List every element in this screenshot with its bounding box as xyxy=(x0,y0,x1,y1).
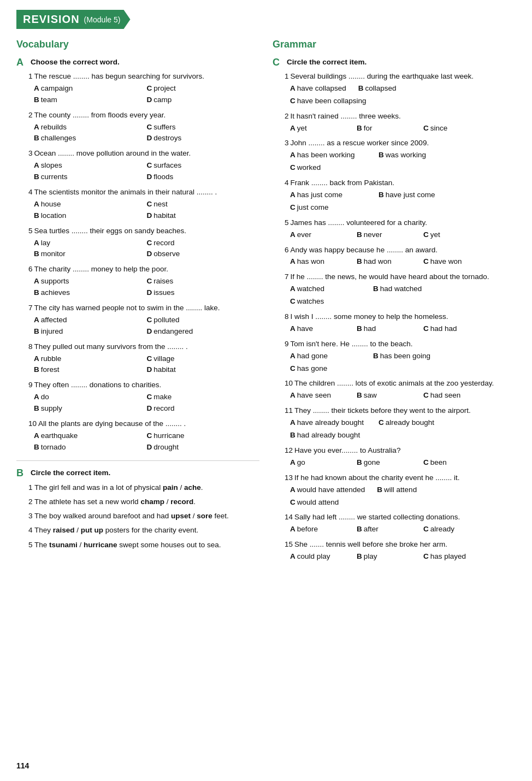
section-a-questions: 1The rescue ........ has begun searching… xyxy=(28,72,259,454)
answer-option: Bwill attend xyxy=(377,485,448,495)
grammar-question-item: 10The children ........ lots of exotic a… xyxy=(285,378,516,402)
header-banner: REVISION (Module 5) xyxy=(16,10,131,29)
answer-option: Csince xyxy=(423,123,478,134)
word2: record xyxy=(170,498,193,506)
answer-option: Bplay xyxy=(357,552,411,562)
option-letter: C xyxy=(147,84,152,92)
options-row2: Cwatches xyxy=(290,297,516,308)
grammar-question-text: 3John ........ as a rescue worker since … xyxy=(285,138,516,149)
grammar-question-item: 14Sally had left ........ we started col… xyxy=(285,512,516,536)
options-row: AeverBneverCyet xyxy=(290,230,516,241)
question-number: 2 xyxy=(28,111,33,119)
grammar-question-item: 15She ....... tennis well before she bro… xyxy=(285,540,516,563)
option-letter: A xyxy=(34,354,39,363)
grammar-question-text: 4Frank ........ back from Pakistan. xyxy=(285,178,516,188)
options-row: AcampaignCprojectBteamDcamp xyxy=(34,84,259,106)
answer-option: Bhas been going xyxy=(373,351,444,362)
section-a-letter: A xyxy=(16,57,28,68)
question-item: 1The rescue ........ has begun searching… xyxy=(28,72,259,106)
question-text: 1The rescue ........ has begun searching… xyxy=(28,72,259,82)
answer-option: Chave been collapsing xyxy=(290,96,367,106)
question-number: 4 xyxy=(28,188,33,196)
answer-option: Dendangered xyxy=(147,327,248,337)
question-text: 10All the plants are dying because of th… xyxy=(28,419,259,429)
grammar-question-number: 1 xyxy=(285,72,289,80)
option-letter: D xyxy=(147,173,152,181)
grammar-question-item: 9Tom isn't here. He ........ to the beac… xyxy=(285,339,516,375)
circle-item: 1 The girl fell and was in a lot of phys… xyxy=(28,482,259,493)
answer-option: Cjust come xyxy=(290,203,345,213)
answer-option: Ado xyxy=(34,392,135,403)
option-letter: D xyxy=(147,250,152,258)
slash: / xyxy=(178,483,184,492)
grammar-question-text: 1Several buildings ........ during the e… xyxy=(285,72,516,82)
question-item: 8They pulled out many survivors from the… xyxy=(28,342,259,377)
answer-option: Bhad watched xyxy=(373,284,444,294)
grammar-question-text: 5James has ........ volunteered for a ch… xyxy=(285,218,516,228)
answer-option: Bsupply xyxy=(34,404,135,414)
option-letter: B xyxy=(34,173,39,181)
answer-option: Cbeen xyxy=(423,458,478,468)
section-c-letter: C xyxy=(273,57,285,68)
answer-option: Dobserve xyxy=(147,249,248,259)
grammar-question-item: 4Frank ........ back from Pakistan.Ahas … xyxy=(285,178,516,214)
answer-option: Bmonitor xyxy=(34,249,135,259)
answer-option: Ago xyxy=(290,458,345,468)
left-column: Vocabulary A Choose the correct word. 1T… xyxy=(16,39,259,567)
answer-option: Chas gone xyxy=(290,364,345,374)
question-item: 3Ocean ........ move pollution around in… xyxy=(28,149,259,184)
answer-option: Awatched xyxy=(290,284,361,294)
options-row2: Chave been collapsing xyxy=(290,96,516,108)
answer-option: Acampaign xyxy=(34,84,135,94)
question-number: 10 xyxy=(28,419,37,428)
options-row: AhouseCnestBlocationDhabitat xyxy=(34,199,259,222)
question-text: 3Ocean ........ move pollution around in… xyxy=(28,149,259,159)
answer-option: Dcamp xyxy=(147,95,248,105)
option-letter: C xyxy=(147,161,152,169)
options-row: AsupportsCraisesBachievesDissues xyxy=(34,276,259,299)
grammar-question-number: 4 xyxy=(285,179,289,187)
question-number: 3 xyxy=(28,149,33,157)
options-row2: Cjust come xyxy=(290,203,516,214)
answer-option: Chas played xyxy=(423,552,478,562)
answer-option: Dhabitat xyxy=(147,211,248,221)
answer-option: Craises xyxy=(147,276,248,287)
option-letter: B xyxy=(34,288,39,297)
answer-option: Bachieves xyxy=(34,288,135,298)
answer-option: Csurfaces xyxy=(147,161,248,171)
word2: sore xyxy=(197,512,212,520)
option-letter: C xyxy=(147,277,152,285)
grammar-question-item: 8I wish I ........ some money to help th… xyxy=(285,312,516,335)
option-letter: B xyxy=(34,250,39,258)
answer-option: Bhad already bought xyxy=(290,430,360,441)
answer-option: Bteam xyxy=(34,95,135,105)
grammar-question-number: 8 xyxy=(285,312,289,321)
item-number: 4 xyxy=(28,526,33,534)
answer-option: Chad seen xyxy=(423,390,478,401)
answer-option: Bhad xyxy=(357,324,411,334)
answer-option: Drecord xyxy=(147,404,248,414)
grammar-question-item: 11They ........ their tickets before the… xyxy=(285,406,516,442)
section-b-instruction: Circle the correct item. xyxy=(31,468,110,477)
grammar-question-item: 3John ........ as a rescue worker since … xyxy=(285,138,516,174)
option-letter: C xyxy=(147,200,152,208)
answer-option: Arubble xyxy=(34,354,135,364)
option-letter: B xyxy=(34,327,39,335)
answer-option: Cnest xyxy=(147,199,248,210)
option-letter: B xyxy=(34,211,39,220)
grammar-question-item: 6Andy was happy because he ........ an a… xyxy=(285,245,516,269)
answer-option: Bsaw xyxy=(357,390,411,401)
grammar-question-text: 14Sally had left ........ we started col… xyxy=(285,512,516,523)
header-subtitle: (Module 5) xyxy=(84,15,121,24)
circle-item: 2 The athlete has set a new world champ … xyxy=(28,496,259,507)
answer-option: Aslopes xyxy=(34,161,135,171)
grammar-question-text: 10The children ........ lots of exotic a… xyxy=(285,378,516,389)
answer-option: Csuffers xyxy=(147,122,248,133)
option-letter: D xyxy=(147,327,152,335)
section-c-questions: 1Several buildings ........ during the e… xyxy=(285,72,516,563)
option-letter: D xyxy=(147,443,152,451)
option-letter: B xyxy=(34,365,39,374)
options-row: AslopesCsurfacesBcurrentsDfloods xyxy=(34,161,259,184)
options-row1: Ahas been workingBwas working xyxy=(290,150,516,162)
answer-option: Ahave collapsed xyxy=(290,84,346,94)
